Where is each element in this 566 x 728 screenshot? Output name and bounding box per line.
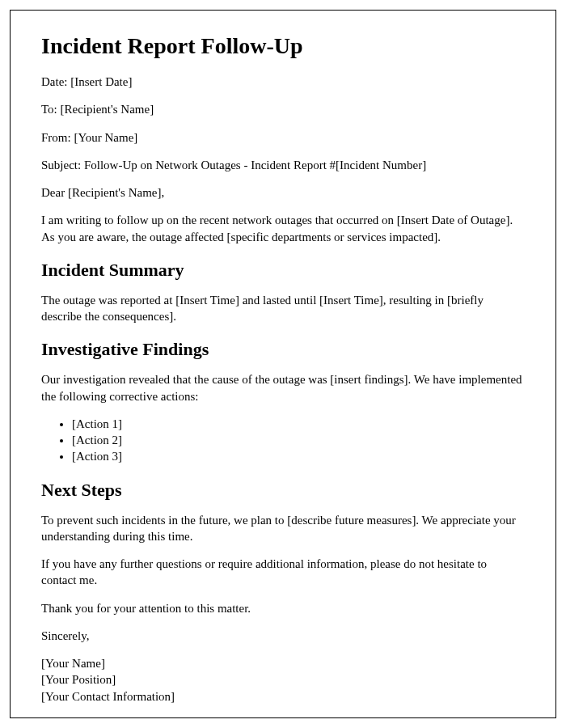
subject-line: Subject: Follow-Up on Network Outages - … bbox=[41, 157, 525, 173]
to-label: To: bbox=[41, 103, 61, 116]
document-page: Incident Report Follow-Up Date: [Insert … bbox=[10, 10, 556, 718]
next-body-1: To prevent such incidents in the future,… bbox=[41, 512, 525, 545]
document-title: Incident Report Follow-Up bbox=[41, 33, 525, 59]
date-line: Date: [Insert Date] bbox=[41, 74, 525, 90]
next-body-2: If you have any further questions or req… bbox=[41, 556, 525, 589]
actions-list: [Action 1] [Action 2] [Action 3] bbox=[72, 416, 525, 465]
summary-heading: Incident Summary bbox=[41, 260, 525, 281]
to-value: [Recipient's Name] bbox=[61, 103, 154, 116]
intro-paragraph: I am writing to follow up on the recent … bbox=[41, 212, 525, 245]
findings-body: Our investigation revealed that the caus… bbox=[41, 371, 525, 404]
next-body-3: Thank you for your attention to this mat… bbox=[41, 600, 525, 616]
list-item: [Action 2] bbox=[72, 432, 525, 448]
date-label: Date: bbox=[41, 75, 70, 88]
to-line: To: [Recipient's Name] bbox=[41, 101, 525, 117]
from-value: [Your Name] bbox=[74, 131, 137, 144]
date-value: [Insert Date] bbox=[70, 75, 132, 88]
signature-block: [Your Name] [Your Position] [Your Contac… bbox=[41, 655, 525, 705]
signature-name: [Your Name] bbox=[41, 655, 525, 671]
list-item: [Action 3] bbox=[72, 448, 525, 464]
from-label: From: bbox=[41, 131, 74, 144]
closing: Sincerely, bbox=[41, 628, 525, 644]
subject-value: Follow-Up on Network Outages - Incident … bbox=[84, 159, 426, 171]
summary-body: The outage was reported at [Insert Time]… bbox=[41, 292, 525, 325]
next-steps-heading: Next Steps bbox=[41, 480, 525, 501]
salutation: Dear [Recipient's Name], bbox=[41, 184, 525, 201]
list-item: [Action 1] bbox=[72, 416, 525, 432]
signature-contact: [Your Contact Information] bbox=[41, 688, 525, 705]
signature-position: [Your Position] bbox=[41, 671, 525, 688]
subject-label: Subject: bbox=[41, 159, 84, 171]
from-line: From: [Your Name] bbox=[41, 129, 525, 146]
findings-heading: Investigative Findings bbox=[41, 339, 525, 360]
